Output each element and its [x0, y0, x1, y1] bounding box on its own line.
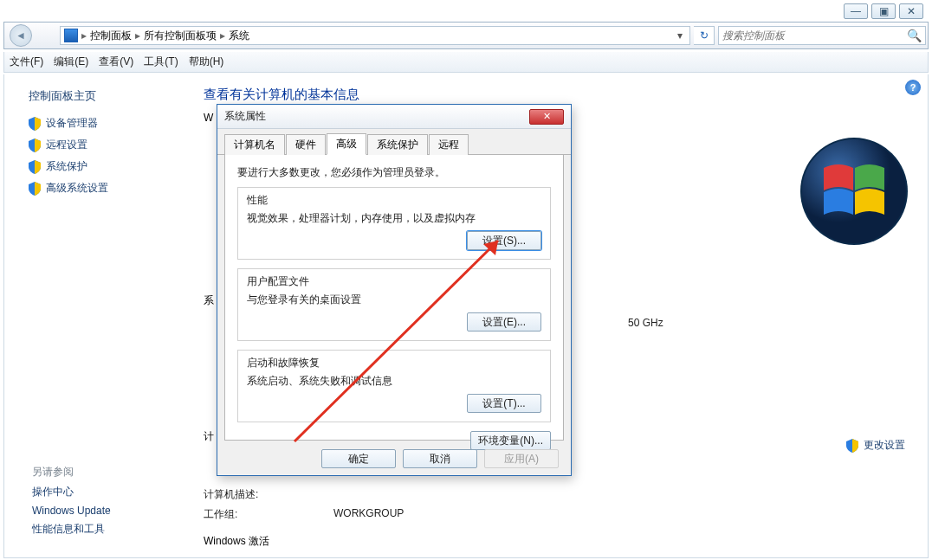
bc-system[interactable]: 系统 [229, 29, 249, 43]
bc-sep: ▸ [81, 29, 87, 42]
admin-note: 要进行大多数更改，您必须作为管理员登录。 [237, 165, 551, 180]
bc-sep: ▸ [220, 29, 225, 42]
breadcrumb[interactable]: ▸ 控制面板 ▸ 所有控制面板项 ▸ 系统 ▾ [60, 26, 690, 45]
see-also-title: 另请参阅 [32, 465, 111, 480]
computer-description-row: 计算机描述: [204, 487, 910, 502]
nav-forward-button[interactable]: ► [30, 24, 53, 47]
group-title: 启动和故障恢复 [247, 356, 541, 370]
group-desc: 与您登录有关的桌面设置 [247, 293, 541, 307]
cancel-button[interactable]: 取消 [403, 449, 477, 468]
sidebar-label: 高级系统设置 [46, 181, 108, 196]
dialog-titlebar[interactable]: 系统属性 ✕ [217, 105, 571, 129]
refresh-button[interactable]: ↻ [694, 26, 715, 45]
dialog-title: 系统属性 [224, 109, 529, 124]
startup-settings-button[interactable]: 设置(T)... [467, 394, 541, 413]
tab-computer-name[interactable]: 计算机名 [224, 134, 285, 155]
group-desc: 系统启动、系统失败和调试信息 [247, 374, 541, 389]
group-title: 用户配置文件 [247, 274, 541, 289]
search-icon[interactable]: 🔍 [907, 29, 922, 42]
bc-control-panel[interactable]: 控制面板 [90, 29, 132, 43]
workgroup-label: 工作组: [204, 507, 299, 522]
sidebar: 控制面板主页 设备管理器 远程设置 系统保护 高级系统设置 另请参阅 操作中心 … [4, 74, 186, 557]
sidebar-home-link[interactable]: 控制面板主页 [29, 88, 178, 104]
shield-icon [29, 182, 41, 196]
dialog-body: 要进行大多数更改，您必须作为管理员登录。 性能 视觉效果，处理器计划，内存使用，… [224, 155, 564, 441]
dialog-close-button[interactable]: ✕ [529, 109, 564, 125]
change-settings-link[interactable]: 更改设置 [846, 438, 905, 453]
close-window-button[interactable]: ✕ [899, 3, 923, 19]
nav-bar: ◄ ► ▸ 控制面板 ▸ 所有控制面板项 ▸ 系统 ▾ ↻ 🔍 [3, 22, 929, 49]
system-properties-dialog: 系统属性 ✕ 计算机名 硬件 高级 系统保护 远程 要进行大多数更改，您必须作为… [217, 104, 572, 476]
ok-button[interactable]: 确定 [321, 449, 396, 468]
performance-settings-button[interactable]: 设置(S)... [467, 231, 541, 250]
group-startup-recovery: 启动和故障恢复 系统启动、系统失败和调试信息 设置(T)... [237, 350, 551, 422]
bc-sep: ▸ [135, 29, 140, 42]
group-user-profiles: 用户配置文件 与您登录有关的桌面设置 设置(E)... [237, 268, 551, 341]
menu-help[interactable]: 帮助(H) [189, 55, 224, 69]
menu-file[interactable]: 文件(F) [10, 55, 43, 69]
see-also-action-center[interactable]: 操作中心 [32, 485, 111, 499]
menu-tools[interactable]: 工具(T) [144, 55, 178, 69]
control-panel-icon [64, 29, 78, 42]
sidebar-device-manager[interactable]: 设备管理器 [29, 116, 178, 131]
sidebar-advanced-settings[interactable]: 高级系统设置 [29, 181, 178, 196]
tab-hardware[interactable]: 硬件 [286, 134, 326, 155]
desc-label: 计算机描述: [204, 487, 299, 502]
search-input[interactable] [722, 29, 907, 42]
change-settings-label: 更改设置 [864, 439, 905, 451]
page-heading: 查看有关计算机的基本信息 [204, 87, 910, 103]
see-also-performance[interactable]: 性能信息和工具 [32, 522, 111, 537]
apply-button: 应用(A) [484, 449, 559, 468]
tab-advanced[interactable]: 高级 [327, 133, 366, 155]
environment-variables-button[interactable]: 环境变量(N)... [470, 431, 551, 450]
shield-icon [29, 160, 41, 174]
menu-edit[interactable]: 编辑(E) [54, 55, 88, 69]
help-icon[interactable]: ? [905, 80, 921, 95]
group-performance: 性能 视觉效果，处理器计划，内存使用，以及虚拟内存 设置(S)... [237, 187, 551, 260]
menu-view[interactable]: 查看(V) [99, 55, 133, 69]
windows-logo-icon [798, 135, 910, 248]
group-desc: 视觉效果，处理器计划，内存使用，以及虚拟内存 [247, 211, 541, 226]
nav-back-button[interactable]: ◄ [10, 24, 32, 47]
shield-icon [846, 439, 858, 453]
minimize-button[interactable]: — [844, 3, 868, 19]
tab-system-protection[interactable]: 系统保护 [367, 134, 428, 155]
sidebar-label: 设备管理器 [46, 116, 98, 131]
tab-remote[interactable]: 远程 [429, 134, 469, 155]
workgroup-row: 工作组: WORKGROUP [204, 507, 910, 522]
svg-point-1 [802, 139, 906, 243]
sidebar-system-protection[interactable]: 系统保护 [29, 159, 178, 174]
sidebar-label: 远程设置 [46, 138, 87, 152]
profiles-settings-button[interactable]: 设置(E)... [467, 312, 541, 331]
shield-icon [29, 138, 41, 152]
search-box[interactable]: 🔍 [718, 26, 926, 45]
breadcrumb-dropdown-icon[interactable]: ▾ [674, 29, 686, 42]
cpu-ghz: 50 GHz [628, 317, 663, 329]
nav-back-forward: ◄ ► [4, 24, 56, 47]
see-also-windows-update[interactable]: Windows Update [32, 505, 111, 517]
maximize-button[interactable]: ▣ [871, 3, 896, 19]
menu-bar: 文件(F) 编辑(E) 查看(V) 工具(T) 帮助(H) [3, 52, 929, 73]
workgroup-value: WORKGROUP [333, 507, 404, 522]
sidebar-remote-settings[interactable]: 远程设置 [29, 138, 178, 152]
sidebar-label: 系统保护 [46, 159, 87, 174]
bc-all-items[interactable]: 所有控制面板项 [144, 29, 217, 43]
group-title: 性能 [247, 193, 541, 208]
activation-heading: Windows 激活 [204, 534, 910, 549]
shield-icon [29, 117, 41, 131]
dialog-tabs: 计算机名 硬件 高级 系统保护 远程 [217, 129, 571, 155]
